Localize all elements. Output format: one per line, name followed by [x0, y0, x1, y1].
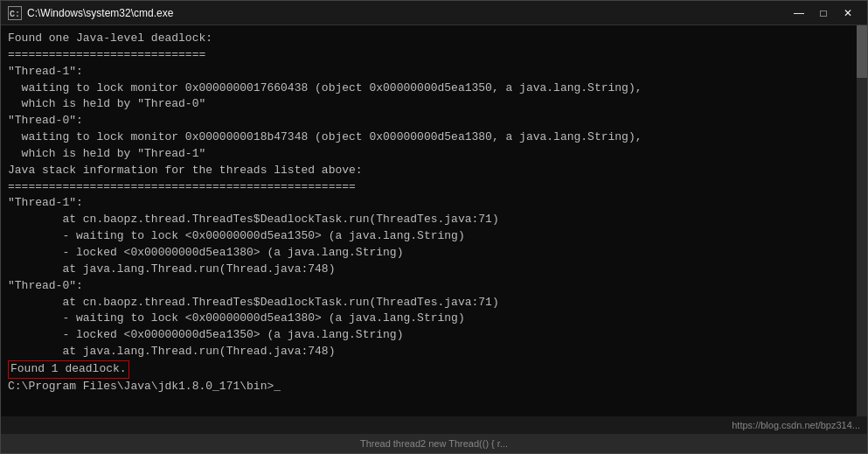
svg-text:C:: C:: [10, 10, 20, 19]
url-hint: https://blog.csdn.net/bpz314...: [732, 420, 860, 430]
window-controls: — □ ✕: [787, 1, 860, 25]
close-button[interactable]: ✕: [836, 1, 860, 25]
cmd-icon: C:: [8, 6, 22, 20]
console-line: "Thread-1":: [8, 64, 860, 80]
console-line: at cn.baopz.thread.ThreadTes$DeadlockTas…: [8, 295, 860, 311]
console-line: Found one Java-level deadlock:: [8, 31, 860, 47]
console-line: Java stack information for the threads l…: [8, 163, 860, 179]
scrollbar-thumb[interactable]: [857, 25, 867, 78]
taskbar-text: Thread thread2 new Thread(() { r...: [360, 438, 508, 449]
console-text: Found one Java-level deadlock:==========…: [8, 31, 860, 395]
console-line: at java.lang.Thread.run(Thread.java:748): [8, 344, 860, 360]
console-line: "Thread-0":: [8, 278, 860, 295]
cmd-window: C: C:\Windows\system32\cmd.exe — □ ✕ Fou…: [0, 0, 868, 454]
console-line: - locked <0x00000000d5ea1350> (a java.la…: [8, 327, 860, 344]
console-line: at cn.baopz.thread.ThreadTes$DeadlockTas…: [8, 212, 860, 228]
console-line: - waiting to lock <0x00000000d5ea1380> (…: [8, 311, 860, 327]
minimize-button[interactable]: —: [787, 1, 811, 25]
console-line: waiting to lock monitor 0x0000000018b473…: [8, 129, 860, 146]
console-line: which is held by "Thread-1": [8, 146, 860, 163]
deadlock-highlight: Found 1 deadlock.: [8, 360, 129, 379]
bottom-bar: https://blog.csdn.net/bpz314...: [1, 416, 867, 434]
console-line: =============================: [8, 47, 860, 64]
maximize-button[interactable]: □: [811, 1, 836, 25]
console-line: ========================================…: [8, 179, 860, 196]
taskbar-hint: Thread thread2 new Thread(() { r...: [1, 434, 867, 453]
title-bar: C: C:\Windows\system32\cmd.exe — □ ✕: [1, 1, 867, 25]
title-text: C:\Windows\system32\cmd.exe: [27, 7, 787, 19]
deadlock-line: Found 1 deadlock.: [8, 360, 860, 379]
console-line: which is held by "Thread-0": [8, 96, 860, 113]
console-output[interactable]: Found one Java-level deadlock:==========…: [1, 25, 867, 416]
console-line: waiting to lock monitor 0x00000000176604…: [8, 80, 860, 97]
console-line: - waiting to lock <0x00000000d5ea1350> (…: [8, 228, 860, 245]
prompt-line: C:\Program Files\Java\jdk1.8.0_171\bin>_: [8, 379, 860, 395]
console-line: at java.lang.Thread.run(Thread.java:748): [8, 262, 860, 278]
console-line: - locked <0x00000000d5ea1380> (a java.la…: [8, 245, 860, 262]
console-line: "Thread-1":: [8, 195, 860, 212]
scrollbar[interactable]: [857, 25, 867, 416]
console-line: "Thread-0":: [8, 113, 860, 129]
